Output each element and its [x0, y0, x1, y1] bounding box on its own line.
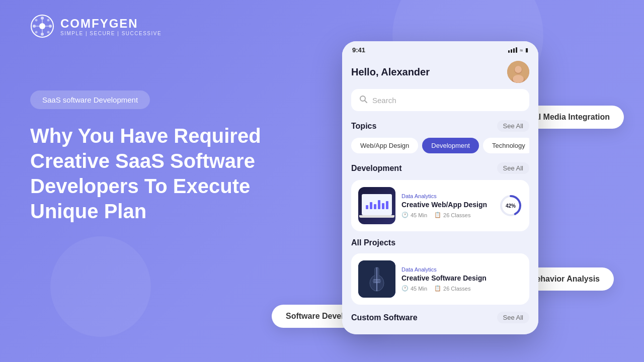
- main-heading: Why You Have Required Creative SaaS Soft…: [30, 123, 272, 224]
- signal-bars: [508, 47, 517, 53]
- custom-section: Custom Software See All: [351, 312, 529, 323]
- phone-content: Hello, Alexander Search: [342, 57, 538, 334]
- course-category-2: Data Analytics: [401, 266, 522, 273]
- signal-bar-1: [508, 50, 510, 53]
- status-bar: 9:41 ≈ ▮: [342, 41, 538, 57]
- custom-see-all[interactable]: See All: [497, 312, 529, 323]
- search-placeholder: Search: [372, 96, 396, 105]
- tab-technology[interactable]: Technology: [483, 138, 529, 153]
- custom-title: Custom Software: [351, 313, 418, 322]
- deco-circle-2: [50, 236, 151, 337]
- svg-point-8: [35, 31, 38, 34]
- avatar: [507, 61, 529, 83]
- card-inner: Data Analytics Creative Web/App Design 🕐…: [358, 187, 522, 224]
- development-title: Development: [351, 164, 401, 173]
- signal-bar-4: [516, 47, 517, 53]
- all-projects-card[interactable]: Data Analytics Creative Software Design …: [351, 253, 529, 305]
- svg-point-2: [41, 17, 44, 20]
- svg-point-7: [47, 19, 50, 22]
- progress-circle: 42%: [499, 194, 522, 217]
- svg-point-18: [513, 75, 524, 83]
- svg-point-5: [49, 25, 52, 28]
- custom-header: Custom Software See All: [351, 312, 529, 323]
- course-info-2: Data Analytics Creative Software Design …: [401, 266, 522, 292]
- topic-tabs: Web/App Design Development Technology IT: [351, 138, 529, 153]
- course-title-1: Creative Web/App Design: [401, 201, 493, 209]
- phone-header: Hello, Alexander: [351, 57, 529, 89]
- signal-bar-2: [511, 49, 512, 53]
- all-projects-title: All Projects: [351, 238, 395, 247]
- course-classes-2: 📋 26 Classes: [434, 285, 470, 292]
- development-header: Development See All: [351, 162, 529, 174]
- course-thumbnail-2: [358, 260, 395, 298]
- course-duration-1: 🕐 45 Min: [401, 212, 427, 218]
- svg-point-6: [35, 19, 38, 22]
- course-info-1: Data Analytics Creative Web/App Design 🕐…: [401, 193, 493, 218]
- greeting-text: Hello, Alexander: [351, 66, 430, 78]
- wifi-icon: ≈: [520, 47, 523, 53]
- status-time: 9:41: [352, 46, 365, 54]
- brand-name: COMFYGEN: [60, 17, 162, 31]
- course-meta-2: 🕐 45 Min 📋 26 Classes: [401, 285, 522, 292]
- course-classes-1: 📋 26 Classes: [434, 212, 470, 218]
- development-card[interactable]: Data Analytics Creative Web/App Design 🕐…: [351, 180, 529, 231]
- svg-point-3: [41, 33, 44, 36]
- course-thumbnail-1: [358, 187, 395, 224]
- all-projects-header: All Projects: [351, 238, 529, 247]
- svg-line-20: [365, 101, 367, 103]
- svg-point-17: [515, 66, 522, 73]
- avatar-image: [507, 61, 529, 83]
- battery-icon: ▮: [525, 47, 528, 53]
- tab-web-app-design[interactable]: Web/App Design: [351, 138, 418, 153]
- logo-text: COMFYGEN SIMPLE | SECURE | SUCCESSIVE: [60, 17, 162, 36]
- svg-text:42%: 42%: [506, 203, 516, 209]
- topics-see-all[interactable]: See All: [497, 120, 529, 132]
- course-title-2: Creative Software Design: [401, 274, 522, 282]
- svg-point-4: [33, 25, 36, 28]
- course-meta-1: 🕐 45 Min 📋 26 Classes: [401, 212, 493, 218]
- signal-bar-3: [513, 48, 515, 53]
- guitar-illustration: [358, 260, 395, 298]
- search-icon: [359, 95, 367, 105]
- logo-icon: [30, 14, 54, 38]
- topics-header: Topics See All: [351, 120, 529, 132]
- course-category-1: Data Analytics: [401, 193, 493, 199]
- svg-point-1: [39, 23, 45, 29]
- tab-development[interactable]: Development: [422, 138, 479, 153]
- saas-badge: SaaS software Development: [30, 90, 150, 109]
- all-projects-card-inner: Data Analytics Creative Software Design …: [358, 260, 522, 298]
- course-duration-2: 🕐 45 Min: [401, 285, 427, 292]
- development-see-all[interactable]: See All: [497, 162, 529, 174]
- topics-title: Topics: [351, 122, 376, 131]
- brand-tagline: SIMPLE | SECURE | SUCCESSIVE: [60, 31, 162, 36]
- svg-point-9: [47, 31, 50, 34]
- left-content: SaaS software Development Why You Have R…: [30, 90, 272, 224]
- phone-mockup: 9:41 ≈ ▮ Hello, Alexander: [342, 41, 538, 334]
- logo-area: COMFYGEN SIMPLE | SECURE | SUCCESSIVE: [30, 14, 162, 38]
- search-bar[interactable]: Search: [351, 89, 529, 111]
- status-icons: ≈ ▮: [508, 47, 528, 53]
